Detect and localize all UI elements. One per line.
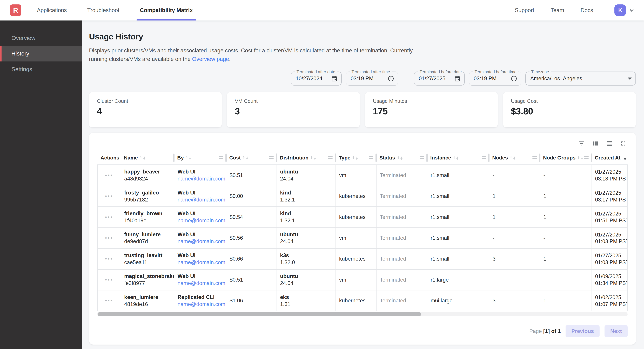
timezone-value[interactable]: America/Los_Angeles bbox=[530, 75, 624, 82]
calendar-icon[interactable] bbox=[331, 75, 338, 82]
column-header-created-at[interactable]: Created At bbox=[592, 151, 628, 164]
column-menu-icon[interactable] bbox=[328, 156, 332, 159]
column-menu-icon[interactable] bbox=[482, 156, 486, 159]
column-menu-icon[interactable] bbox=[269, 156, 274, 159]
column-menu-icon[interactable] bbox=[369, 156, 373, 159]
node-groups-cell: 1 bbox=[540, 186, 592, 206]
vm-count-value: 3 bbox=[235, 106, 352, 116]
column-header-distribution[interactable]: Distribution bbox=[276, 151, 336, 164]
nav-item-applications[interactable]: Applications bbox=[34, 0, 70, 20]
sort-icon bbox=[186, 156, 192, 160]
next-page-button[interactable]: Next bbox=[604, 325, 628, 337]
nav-item-team[interactable]: Team bbox=[550, 7, 565, 13]
column-header-nodes[interactable]: Nodes bbox=[489, 151, 540, 164]
terminated-after-date-field[interactable]: Terminated after date 10/27/2024 bbox=[291, 71, 342, 85]
column-menu-icon[interactable] bbox=[420, 156, 424, 159]
terminated-after-time-value[interactable]: 03:19 PM bbox=[351, 75, 384, 82]
account-menu[interactable]: K bbox=[614, 4, 634, 16]
created-at-cell: 01/27/202503:17 PM PST bbox=[592, 186, 628, 206]
created-at-cell: 01/27/202503:18 PM PST bbox=[592, 165, 628, 186]
row-actions-button[interactable]: ••• bbox=[105, 236, 113, 240]
row-actions-button[interactable]: ••• bbox=[105, 278, 113, 282]
row-actions-button[interactable]: ••• bbox=[105, 173, 113, 177]
sidebar-item-history[interactable]: History bbox=[0, 46, 82, 61]
column-header-instance[interactable]: Instance bbox=[427, 151, 489, 164]
sort-icon bbox=[352, 156, 358, 160]
created-at-cell: 01/27/202501:51 PM PST bbox=[592, 207, 628, 227]
type-cell: kubernetes bbox=[336, 207, 376, 227]
cost-cell: $0.51 bbox=[226, 270, 277, 290]
by-cell: Web UIname@domain.com bbox=[174, 249, 226, 269]
email-link[interactable]: name@domain.com bbox=[178, 197, 223, 203]
top-nav: R Applications Troubleshoot Compatibilit… bbox=[0, 0, 644, 20]
row-actions-button[interactable]: ••• bbox=[105, 257, 113, 261]
by-cell: Web UIname@domain.com bbox=[174, 165, 226, 186]
column-header-cost[interactable]: Cost bbox=[226, 151, 276, 164]
terminated-before-time-field[interactable]: Terminated before time 03:19 PM bbox=[469, 71, 521, 85]
email-link[interactable]: name@domain.com bbox=[178, 218, 223, 224]
email-link[interactable]: name@domain.com bbox=[178, 280, 223, 286]
table-row: ••• funny_lumierede9ed87d Web UIname@dom… bbox=[97, 228, 628, 249]
horizontal-scrollbar[interactable] bbox=[97, 312, 628, 316]
column-menu-icon[interactable] bbox=[584, 156, 588, 159]
avatar[interactable]: K bbox=[614, 4, 626, 16]
type-cell: kubernetes bbox=[336, 186, 376, 206]
clock-icon[interactable] bbox=[511, 75, 517, 82]
density-icon[interactable] bbox=[606, 140, 613, 147]
terminated-before-time-value[interactable]: 03:19 PM bbox=[474, 75, 508, 82]
table-row: ••• frosty_galileo995b7182 Web UIname@do… bbox=[97, 186, 628, 207]
created-at-cell: 01/09/202501:34 PM PST bbox=[592, 270, 628, 290]
scrollbar-thumb[interactable] bbox=[98, 312, 421, 316]
row-actions-cell: ••• bbox=[98, 186, 121, 206]
column-header-by[interactable]: By bbox=[174, 151, 226, 164]
sidebar-item-overview[interactable]: Overview bbox=[0, 30, 82, 46]
column-header-status[interactable]: Status bbox=[376, 151, 427, 164]
columns-icon[interactable] bbox=[592, 140, 599, 147]
replicated-logo[interactable]: R bbox=[10, 4, 21, 16]
nav-item-compatibility-matrix[interactable]: Compatibility Matrix bbox=[136, 0, 196, 20]
row-actions-cell: ••• bbox=[98, 228, 121, 248]
column-header-name[interactable]: Name bbox=[121, 151, 174, 164]
distribution-cell: ubuntu24.04 bbox=[277, 228, 336, 248]
column-header-node-groups[interactable]: Node Groups bbox=[540, 151, 591, 164]
cost-cell: $0.66 bbox=[226, 249, 277, 269]
email-link[interactable]: name@domain.com bbox=[178, 259, 223, 266]
email-link[interactable]: name@domain.com bbox=[178, 301, 223, 307]
column-menu-icon[interactable] bbox=[218, 156, 223, 159]
node-groups-cell: - bbox=[540, 270, 592, 290]
nav-item-docs[interactable]: Docs bbox=[580, 7, 594, 13]
status-cell: Terminated bbox=[376, 228, 428, 248]
name-cell: happy_beavera48d9324 bbox=[121, 165, 174, 186]
fullscreen-icon[interactable] bbox=[620, 140, 627, 147]
by-cell: Replicated CLIname@domain.com bbox=[174, 291, 226, 311]
terminated-after-date-value[interactable]: 10/27/2024 bbox=[296, 75, 328, 82]
status-cell: Terminated bbox=[376, 165, 428, 186]
nav-item-troubleshoot[interactable]: Troubleshoot bbox=[84, 0, 122, 20]
timezone-select[interactable]: Timezone America/Los_Angeles bbox=[526, 71, 636, 85]
column-header-type[interactable]: Type bbox=[336, 151, 376, 164]
email-link[interactable]: name@domain.com bbox=[178, 176, 223, 182]
sidebar-item-settings[interactable]: Settings bbox=[0, 61, 82, 77]
by-cell: Web UIname@domain.com bbox=[174, 270, 226, 290]
node-groups-cell: 1 bbox=[540, 291, 592, 311]
terminated-after-time-field[interactable]: Terminated after time 03:19 PM bbox=[346, 71, 398, 85]
nodes-cell: - bbox=[489, 228, 540, 248]
nav-item-support[interactable]: Support bbox=[514, 7, 535, 13]
column-menu-icon[interactable] bbox=[532, 156, 537, 159]
sort-icon bbox=[577, 156, 583, 160]
table-row: ••• trusting_leavittcae5ea11 Web UIname@… bbox=[97, 249, 628, 270]
clock-icon[interactable] bbox=[388, 75, 394, 82]
row-actions-button[interactable]: ••• bbox=[105, 299, 113, 303]
overview-page-link[interactable]: Overview page bbox=[192, 56, 229, 62]
filter-icon[interactable] bbox=[578, 140, 585, 147]
distribution-cell: eks1.31 bbox=[277, 291, 336, 311]
status-cell: Terminated bbox=[376, 186, 428, 206]
terminated-before-date-field[interactable]: Terminated before date 01/27/2025 bbox=[414, 71, 465, 85]
email-link[interactable]: name@domain.com bbox=[178, 238, 223, 245]
calendar-icon[interactable] bbox=[454, 75, 460, 82]
terminated-before-date-value[interactable]: 01/27/2025 bbox=[419, 75, 451, 82]
row-actions-button[interactable]: ••• bbox=[105, 215, 113, 219]
stat-card-vm-count: VM Count 3 bbox=[227, 92, 360, 127]
row-actions-button[interactable]: ••• bbox=[105, 194, 113, 198]
previous-page-button[interactable]: Previous bbox=[566, 325, 600, 337]
